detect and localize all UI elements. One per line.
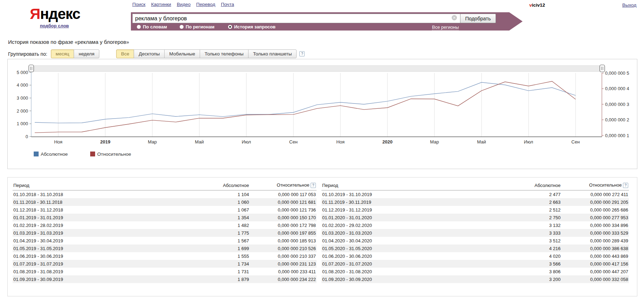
cell-rel: 0,000 000 277 953 [561,214,629,221]
group-week-button[interactable]: неделя [74,49,99,58]
cell-abs: 4 020 [497,252,561,260]
tab-desktop[interactable]: Десктопы [134,49,165,58]
cell-period: 01.08.2020 - 31.08.2020 [321,268,497,275]
svg-text:1 000: 1 000 [16,121,28,126]
table-row: 01.07.2019 - 31.07.20191 7340,000 000 23… [13,260,317,268]
help-icon[interactable]: ? [299,51,305,56]
mode-label: История запросов [234,24,275,29]
help-icon[interactable]: ? [311,183,316,188]
mode-label: По регионам [186,24,214,29]
slider-handle-right[interactable] [600,65,605,72]
cell-rel: 0,000 000 289 439 [561,237,629,244]
cell-rel: 0,000 000 231 123 [250,260,317,268]
cell-abs: 3 200 [497,275,561,283]
cell-period: 01.10.2019 - 31.10.2019 [321,190,497,199]
table-row: 01.05.2020 - 31.05.20204 2160,000 000 38… [321,244,629,252]
yandex-logo[interactable]: Яндекс [30,6,79,22]
col-absolute: Абсолютное [186,180,250,190]
legend-label: Относительное [97,152,131,157]
cell-rel: 0,000 000 417 156 [561,260,629,268]
mode-history[interactable]: История запросов [228,24,275,29]
radio-icon [180,25,184,29]
svg-text:0: 0 [26,134,28,139]
table-row: 01.03.2020 - 31.03.20203 3330,000 000 33… [321,229,629,237]
series-relative [35,81,576,133]
tab-phones-only[interactable]: Только телефоны [200,49,248,58]
table-row: 01.05.2019 - 31.05.20191 6990,000 000 21… [13,244,317,252]
nav-link-video[interactable]: Видео [177,2,191,7]
svg-text:0,000 000 2: 0,000 000 2 [605,117,629,122]
nav-link-images[interactable]: Картинки [151,2,171,7]
svg-text:2019: 2019 [100,139,111,145]
cell-abs: 1 482 [186,221,250,229]
cell-abs: 3 512 [497,237,561,244]
radio-icon [137,25,141,29]
cell-rel: 0,000 000 121 681 [250,198,317,206]
search-mode-row: По словам По регионам История запросов В… [131,24,509,31]
cell-abs: 2 512 [497,206,561,214]
tab-tablets-only[interactable]: Только планшеты [248,49,297,58]
table-row: 01.02.2020 - 29.02.20203 1320,000 000 33… [321,221,629,229]
cell-abs: 4 216 [497,244,561,252]
table-row: 01.11.2019 - 30.11.20192 6630,000 000 29… [321,198,629,206]
tab-mobile[interactable]: Мобильные [164,49,200,58]
tab-all[interactable]: Все [116,49,134,58]
all-regions-link[interactable]: Все регионы [432,25,459,30]
svg-text:0,000 000 4: 0,000 000 4 [605,86,629,91]
slider-handle-left[interactable] [29,65,34,72]
col-relative: Относительное ? [250,180,317,190]
group-month-button[interactable]: месяц [51,49,74,58]
cell-rel: 0,000 000 233 411 [250,268,317,275]
cell-period: 01.09.2020 - 30.09.2020 [321,275,497,283]
help-icon[interactable]: ? [623,183,628,188]
search-banner-arrow [509,12,523,31]
table-row: 01.10.2018 - 31.10.20181 1040,000 000 11… [13,190,317,199]
cell-rel: 0,000 000 386 638 [561,244,629,252]
nav-link-translate[interactable]: Перевод [196,2,215,7]
cell-rel: 0,000 000 291 205 [561,198,629,206]
cell-period: 01.04.2019 - 30.04.2019 [13,237,186,244]
table-row: 01.02.2019 - 28.02.20191 4820,000 000 17… [13,221,317,229]
cell-period: 01.12.2018 - 31.12.2018 [13,206,186,214]
legend-swatch [34,152,39,156]
nav-link-mail[interactable]: Почта [221,2,234,7]
svg-text:Май: Май [195,139,204,145]
svg-text:Ноя: Ноя [54,139,62,145]
table-row: 01.04.2020 - 30.04.20203 5120,000 000 28… [321,237,629,244]
cell-period: 01.11.2019 - 30.11.2019 [321,198,497,206]
cell-period: 01.03.2020 - 31.03.2020 [321,229,497,237]
wordstat-home-link[interactable]: подбор слов [40,23,69,28]
series-absolute [35,82,576,123]
stats-table-box: Период Абсолютное Относительное ? 01.10.… [7,177,637,296]
cell-rel: 0,000 000 443 869 [561,252,629,260]
search-input[interactable] [132,14,460,23]
cell-period: 01.01.2020 - 31.01.2020 [321,214,497,221]
table-row: 01.01.2019 - 31.01.20191 3540,000 000 15… [13,214,317,221]
col-period: Период [13,180,186,190]
top-nav: Поиск Картинки Видео Перевод Почта [132,2,234,7]
submit-button[interactable]: Подобрать [460,14,496,23]
logo-block: Яндекс подбор слов [30,6,79,29]
legend-label: Абсолютное [41,152,68,157]
cell-rel: 0,000 000 172 798 [250,221,317,229]
username[interactable]: viciv12 [529,2,545,8]
radio-icon [228,25,232,29]
table-row: 01.06.2020 - 30.06.20204 0200,000 000 44… [321,252,629,260]
nav-link-search[interactable]: Поиск [132,2,145,7]
cell-abs: 2 477 [497,190,561,199]
filter-row: Группировать по: месяцнеделя ВсеДесктопы… [8,49,305,59]
mode-by-words[interactable]: По словам [137,24,167,29]
clear-icon[interactable]: ✕ [452,15,457,20]
table-row: 01.10.2019 - 31.10.20192 4770,000 000 27… [321,190,629,199]
svg-text:2 000: 2 000 [16,108,28,114]
cell-abs: 1 567 [186,237,250,244]
cell-period: 01.05.2019 - 31.05.2019 [13,244,186,252]
cell-period: 01.08.2019 - 31.08.2019 [13,268,186,275]
cell-abs: 1 775 [186,229,250,237]
cell-rel: 0,000 000 117 053 [250,190,317,199]
svg-text:Мар: Мар [430,139,439,145]
history-chart: 01 0002 0003 0004 0005 0000,000 000 10,0… [7,59,637,169]
cell-period: 01.02.2019 - 28.02.2019 [13,221,186,229]
logout-link[interactable]: Выход [622,2,636,8]
mode-by-regions[interactable]: По регионам [180,24,214,29]
